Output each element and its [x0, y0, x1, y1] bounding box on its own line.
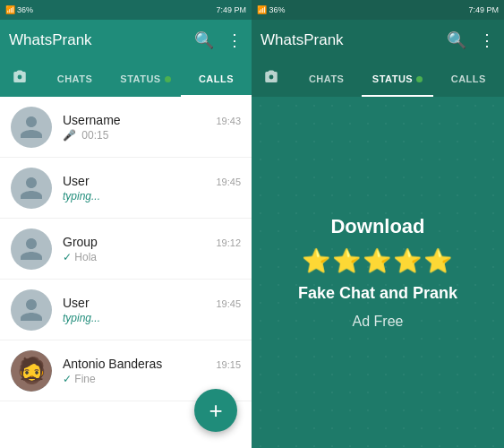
tab-chats-label: CHATS [57, 73, 93, 84]
right-app-title: WhatsPrank [261, 31, 344, 49]
chat-time-group: 19:12 [216, 237, 241, 248]
right-status-left: 📶 36% [257, 5, 286, 14]
chat-name-antonio: Antonio Banderas [63, 357, 162, 371]
avatar-user1 [11, 168, 52, 209]
fab-new-chat[interactable]: + [194, 389, 237, 432]
tab-calls-label: CALLS [199, 73, 234, 84]
status-bar-right: 7:49 PM [216, 5, 246, 14]
status-bar-left-icons: 📶 36% [5, 5, 33, 14]
avatar-group [11, 228, 52, 270]
tab-status-inner: STATUS [120, 73, 170, 84]
chat-time-antonio: 19:15 [216, 359, 241, 370]
chat-name-user1: User [63, 174, 90, 188]
chat-preview-user2: typing... [63, 312, 241, 324]
chat-top-group: Group 19:12 [63, 235, 241, 249]
right-signal-icon: 📶 [257, 5, 267, 14]
status-bar-right-panel: 📶 36% 7:49 PM [252, 0, 504, 20]
chat-info-user2: User 19:45 typing... [63, 296, 241, 324]
chat-top-username: Username 19:43 [63, 113, 241, 127]
mic-icon: 🎤 [63, 129, 76, 142]
chat-item-username[interactable]: Username 19:43 🎤 00:15 [0, 97, 252, 158]
antonio-face: 🧔 [11, 350, 52, 392]
chat-time-username: 19:43 [216, 116, 241, 126]
promo-content: Download ⭐⭐⭐⭐⭐ Fake Chat and Prank Ad Fr… [280, 197, 475, 348]
right-panel: 📶 36% 7:49 PM WhatsPrank 🔍 ⋮ CHATS STATU… [252, 0, 504, 448]
right-tab-status[interactable]: STATUS [362, 61, 432, 97]
avatar-user2 [11, 289, 52, 331]
right-status-dot [416, 76, 423, 82]
left-panel-wrapper: 📶 36% 7:49 PM WhatsPrank 🔍 ⋮ CHATS [0, 0, 252, 448]
signal-icon: 📶 [5, 5, 15, 14]
chat-preview-antonio: ✓ Fine [63, 373, 241, 385]
chat-preview-user1: typing... [63, 190, 241, 202]
right-tab-chats[interactable]: CHATS [291, 61, 362, 97]
chat-item-user1[interactable]: User 19:45 typing... [0, 158, 252, 219]
right-tab-chats-label: CHATS [309, 73, 345, 84]
right-tabs-bar: CHATS STATUS CALLS [252, 61, 504, 97]
avatar-antonio: 🧔 [11, 350, 52, 392]
promo-subtitle: Fake Chat and Prank [298, 284, 457, 303]
right-camera-icon [263, 69, 279, 89]
promo-title: Download [298, 215, 457, 238]
camera-icon [12, 69, 28, 89]
tick-icon-antonio: ✓ [63, 373, 72, 385]
chat-item-user2[interactable]: User 19:45 typing... [0, 280, 252, 340]
right-battery: 36% [269, 5, 286, 14]
right-search-icon[interactable]: 🔍 [447, 30, 466, 50]
right-top-bar: WhatsPrank 🔍 ⋮ [252, 20, 504, 61]
tabs-bar: CHATS STATUS CALLS [0, 61, 252, 97]
more-options-icon[interactable]: ⋮ [226, 30, 243, 50]
promo-free: Ad Free [298, 314, 457, 330]
right-tab-status-label: STATUS [372, 73, 413, 84]
chat-name-username: Username [63, 113, 121, 127]
chat-time-user2: 19:45 [216, 298, 241, 309]
chat-info-username: Username 19:43 🎤 00:15 [63, 113, 241, 142]
chat-top-user1: User 19:45 [63, 174, 241, 188]
chat-top-antonio: Antonio Banderas 19:15 [63, 357, 241, 371]
chat-info-antonio: Antonio Banderas 19:15 ✓ Fine [63, 357, 241, 385]
chat-name-user2: User [63, 296, 90, 310]
top-bar-actions: 🔍 ⋮ [194, 30, 243, 50]
battery-text: 36% [17, 5, 33, 14]
right-more-icon[interactable]: ⋮ [479, 30, 495, 50]
right-time: 7:49 PM [468, 5, 499, 14]
tab-chats[interactable]: CHATS [39, 61, 110, 97]
tab-camera[interactable] [0, 61, 39, 97]
chat-info-group: Group 19:12 ✓ Hola [63, 235, 241, 263]
fab-icon: + [209, 397, 222, 425]
time-display: 7:49 PM [216, 5, 246, 14]
status-notification-dot [165, 76, 171, 82]
chat-top-user2: User 19:45 [63, 296, 241, 310]
right-tab-calls-label: CALLS [451, 73, 486, 84]
chat-preview-group: ✓ Hola [63, 251, 241, 263]
app-title: WhatsPrank [9, 31, 92, 49]
left-panel: 📶 36% 7:49 PM WhatsPrank 🔍 ⋮ CHATS [0, 0, 252, 448]
chat-preview-username: 🎤 00:15 [63, 129, 241, 142]
tick-icon-group: ✓ [63, 251, 72, 263]
avatar-username [11, 107, 52, 148]
right-top-bar-actions: 🔍 ⋮ [447, 30, 495, 50]
right-tab-camera[interactable] [252, 61, 291, 97]
tab-calls[interactable]: CALLS [181, 61, 252, 97]
chat-name-group: Group [63, 235, 98, 249]
search-icon[interactable]: 🔍 [194, 30, 214, 50]
chat-time-user1: 19:45 [216, 177, 241, 187]
top-bar: WhatsPrank 🔍 ⋮ [0, 20, 252, 61]
chat-item-group[interactable]: Group 19:12 ✓ Hola [0, 219, 252, 280]
status-bar-left: 📶 36% 7:49 PM [0, 0, 252, 20]
promo-stars: ⭐⭐⭐⭐⭐ [298, 247, 457, 275]
tab-status-label: STATUS [120, 73, 160, 84]
right-tab-calls[interactable]: CALLS [433, 61, 504, 97]
chat-info-user1: User 19:45 typing... [63, 174, 241, 202]
right-tab-status-inner: STATUS [372, 73, 423, 84]
promo-area[interactable]: Download ⭐⭐⭐⭐⭐ Fake Chat and Prank Ad Fr… [252, 97, 504, 448]
tab-status[interactable]: STATUS [110, 61, 181, 97]
right-status-time: 7:49 PM [468, 5, 499, 14]
